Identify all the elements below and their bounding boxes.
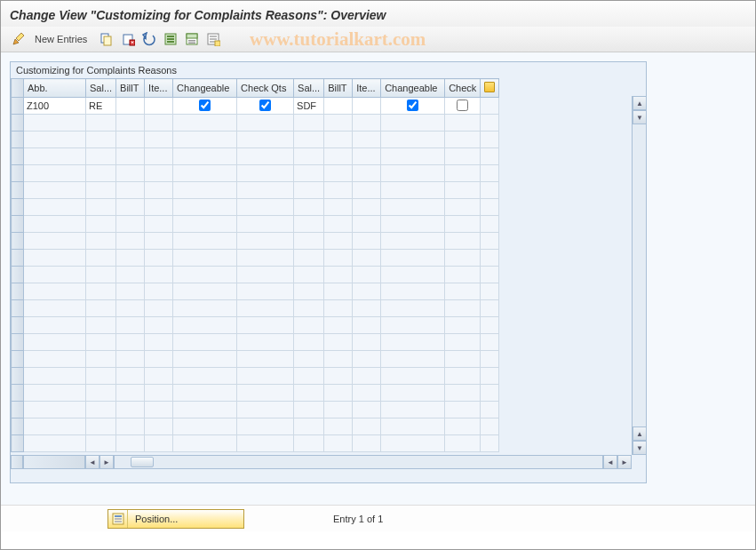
row-selector[interactable] [12,351,24,368]
table-row[interactable] [12,182,499,199]
table-row[interactable] [12,300,499,317]
row-selector[interactable] [12,385,24,402]
row-selector[interactable] [12,300,24,317]
table-row[interactable] [12,368,499,385]
row-selector[interactable] [12,115,24,132]
table-row[interactable] [12,351,499,368]
row-selector[interactable] [12,148,24,165]
deselect-all-icon[interactable] [204,30,222,48]
row-selector[interactable] [12,402,24,418]
col-checkqts[interactable]: Check Qts [237,79,294,98]
col-ite1[interactable]: Ite... [145,79,173,98]
cell-sal1[interactable]: RE [86,98,116,115]
cell-billt2[interactable] [324,98,353,115]
table-row[interactable] [12,233,499,250]
svg-rect-13 [210,36,217,37]
cell-sal2[interactable]: SDF [294,98,324,115]
row-selector[interactable] [12,418,24,435]
row-selector[interactable] [12,98,24,115]
row-selector[interactable] [12,182,24,199]
col-ite2[interactable]: Ite... [353,79,381,98]
undo-change-icon[interactable] [140,30,158,48]
scroll-left-button[interactable]: ◄ [85,455,99,469]
row-selector[interactable] [12,132,24,148]
row-selector[interactable] [12,199,24,216]
changeable2-checkbox[interactable] [407,100,418,111]
vertical-scrollbar[interactable]: ▲ ▼ ▲ ▼ [632,96,646,455]
cell-ite2[interactable] [353,98,381,115]
cell-ite1[interactable] [145,98,173,115]
cell-billt1[interactable] [116,98,145,115]
changeable1-checkbox[interactable] [199,100,211,111]
row-selector[interactable] [12,435,24,452]
table-row[interactable] [12,402,499,418]
svg-rect-6 [167,38,174,40]
cell-abb[interactable]: Z100 [24,98,86,115]
svg-rect-9 [187,34,197,38]
position-icon [108,510,128,528]
cell-checkqts[interactable] [237,98,294,115]
hscroll-track[interactable] [114,455,603,469]
row-selector[interactable] [12,368,24,385]
cell-changeable2[interactable] [381,98,445,115]
table-row[interactable] [12,132,499,148]
checkqts-checkbox[interactable] [259,100,271,111]
scroll-right-button[interactable]: ► [99,455,114,469]
delete-icon[interactable] [119,30,137,48]
table-row[interactable] [12,250,499,267]
new-entries-button[interactable]: New Entries [31,34,94,44]
cell-check2[interactable] [445,98,481,115]
row-selector[interactable] [12,250,24,267]
col-billt1[interactable]: BillT [116,79,145,98]
content-area: Customizing for Complaints Reasons Abb. … [1,52,755,506]
row-selector[interactable] [12,165,24,182]
row-selector[interactable] [12,267,24,283]
col-billt2[interactable]: BillT [324,79,353,98]
row-selector[interactable] [12,317,24,334]
scroll-down-button-bottom[interactable]: ▼ [633,441,647,455]
select-block-icon[interactable] [183,30,201,48]
svg-rect-7 [167,41,174,43]
col-sal2[interactable]: Sal... [294,79,324,98]
svg-rect-5 [167,36,174,37]
scroll-down-button[interactable]: ▼ [633,110,647,124]
table-row[interactable] [12,435,499,452]
col-check2[interactable]: Check [445,79,481,98]
hscroll-thumb[interactable] [131,457,154,467]
hscroll-frozen [23,455,85,469]
table-row[interactable] [12,267,499,283]
select-all-icon[interactable] [162,30,179,48]
table-row[interactable] [12,317,499,334]
check2-checkbox[interactable] [457,100,468,111]
table-row[interactable] [12,115,499,132]
table-row[interactable] [12,283,499,300]
table-row[interactable] [12,165,499,182]
table-row[interactable] [12,334,499,351]
table-row[interactable] [12,199,499,216]
copy-as-icon[interactable] [98,30,115,48]
configure-columns-button[interactable] [481,79,499,98]
toggle-display-change-icon[interactable] [10,30,28,48]
col-changeable2[interactable]: Changeable [381,79,445,98]
table-row[interactable] [12,216,499,233]
scroll-up-button-bottom[interactable]: ▲ [633,426,647,441]
select-all-rows[interactable] [12,79,24,98]
table-row[interactable] [12,385,499,402]
title-bar: Change View "Customizing for Complaints … [1,1,755,27]
row-selector[interactable] [12,334,24,351]
table-row[interactable] [12,148,499,165]
table-row[interactable] [12,418,499,435]
col-abb[interactable]: Abb. [24,79,86,98]
scroll-right-button-end[interactable]: ► [617,455,632,469]
col-changeable1[interactable]: Changeable [173,79,237,98]
svg-rect-1 [104,36,111,45]
position-button[interactable]: Position... [107,509,244,529]
cell-changeable1[interactable] [173,98,237,115]
table-row[interactable]: Z100 RE SDF [12,98,499,115]
scroll-up-button[interactable]: ▲ [633,96,647,110]
row-selector[interactable] [12,216,24,233]
row-selector[interactable] [12,283,24,300]
col-sal1[interactable]: Sal... [86,79,116,98]
scroll-left-button-end[interactable]: ◄ [603,455,617,469]
row-selector[interactable] [12,233,24,250]
